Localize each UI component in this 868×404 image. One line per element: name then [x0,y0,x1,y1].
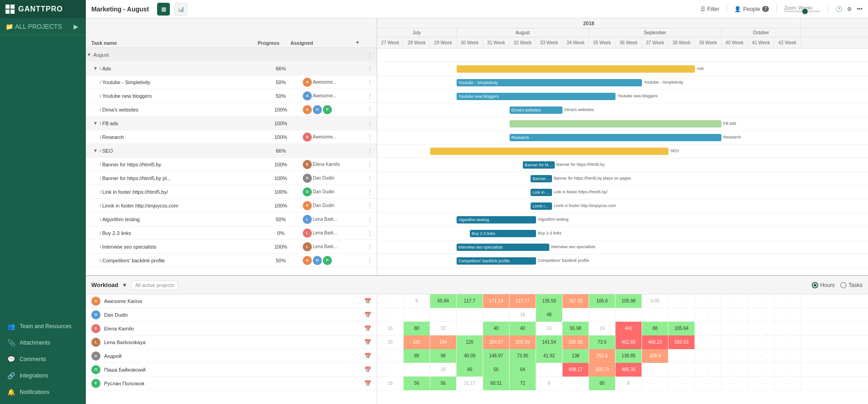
info-icon[interactable]: ℹ [100,231,101,235]
task-row[interactable]: ℹ Algorithm testing 50% LLena Bark... ⋮ [86,213,377,226]
workload-person-row[interactable]: L Lena Barkovskaya 📅 [86,335,377,349]
chart-view-button[interactable]: 📊 [174,3,187,16]
sidebar-item-attachments[interactable]: 📎 Attachments [0,335,86,351]
info-icon[interactable]: ℹ [100,162,101,167]
info-icon[interactable]: ℹ [100,190,101,194]
task-row[interactable]: ℹ Banner for https://html5.by 100% EElen… [86,158,377,171]
workload-dropdown[interactable]: ▼ [122,282,127,288]
gantt-bar[interactable]: SEO [430,148,668,155]
collapse-button[interactable]: ▼ [92,65,99,72]
workload-title: Workload [91,282,118,288]
workload-person-row[interactable]: А Андрей 📅 [86,349,377,363]
task-more-button[interactable]: ⋮ [363,79,377,86]
task-more-button[interactable]: ⋮ [363,147,377,154]
people-button[interactable]: 👤 People 7 [734,6,769,12]
task-more-button[interactable]: ⋮ [363,175,377,182]
history-button[interactable]: 🕐 [836,6,842,12]
workload-person-row[interactable]: D Dan Dudin 📅 [86,308,377,322]
workload-person-row[interactable]: A Awesome Karina 📅 [86,294,377,308]
gantt-bar[interactable]: Dima's websitesDima's websites [510,106,563,114]
task-more-button[interactable]: ⋮ [363,65,377,72]
gantt-bar[interactable]: FB ads [510,120,721,128]
info-icon[interactable]: ℹ [100,107,101,112]
info-icon[interactable]: ℹ [100,149,101,153]
task-more-button[interactable]: ⋮ [363,106,377,113]
week-cell: 37 Week [642,37,668,48]
sidebar-item-integrations[interactable]: 🔗 Integrations [0,367,86,384]
gantt-bar[interactable]: Competitors' backlink profileCompetitors… [457,257,536,265]
tasks-radio[interactable]: Tasks [840,282,863,288]
info-icon[interactable]: ℹ [100,94,101,98]
gantt-row: Interview seo specialistsInterview seo s… [377,240,868,254]
collapse-button[interactable]: ▼ [92,148,99,154]
task-more-button[interactable]: ⋮ [363,257,377,264]
hours-radio[interactable]: Hours [812,282,835,288]
task-more-button[interactable]: ⋮ [363,51,377,58]
gantt-bar[interactable]: Link in footer https://html5.by/Link in … [531,189,552,196]
gantt-bar[interactable]: Interview seo specialistsInterview seo s… [457,244,549,251]
task-more-button[interactable]: ⋮ [363,92,377,100]
info-icon[interactable]: ℹ [100,203,101,208]
workload-person-row[interactable]: П Паша Байковский 📅 [86,363,377,377]
task-row[interactable]: ℹ Youtube new bloggers 50% AAwesome... ⋮ [86,89,377,103]
task-assigned-cell: AAwesome... [299,91,363,101]
grid-view-button[interactable]: ▦ [157,3,170,16]
task-row[interactable]: ℹ Dima's websites 100% ADP ⋮ [86,103,377,117]
sidebar-item-notifications[interactable]: 🔔 Notifications [0,384,86,400]
task-row[interactable]: ℹ Linnk in footer http://enjoycss.com 10… [86,199,377,213]
task-row[interactable]: ℹ Banner for https://html5.by pl... 100%… [86,171,377,185]
task-more-button[interactable]: ⋮ [363,216,377,223]
collapse-button[interactable]: ▼ [92,120,99,127]
zoom-control[interactable]: Zoom: Weeks [784,5,821,12]
task-row[interactable]: ▼ August ⋮ [86,48,377,62]
task-more-button[interactable]: ⋮ [363,202,377,209]
gantt-bar[interactable]: Youtube new bloggersYoutube new bloggers [457,93,615,100]
workload-person-row[interactable]: Р Руслан Полозков 📅 [86,377,377,390]
task-more-button[interactable]: ⋮ [363,120,377,127]
task-row[interactable]: ▼ ℹ FB ads 100% ⋮ [86,117,377,130]
zoom-track[interactable] [784,11,821,12]
gantt-bar[interactable]: Banner for https://html5.by place on pag… [531,175,552,182]
task-more-button[interactable]: ⋮ [363,133,377,141]
info-icon[interactable]: ℹ [100,66,101,71]
add-task-button[interactable]: + [351,39,364,46]
task-name-text: Linnk in footer http://enjoycss.com [102,203,178,208]
task-row[interactable]: ℹ Buy 2-3 links 0% LLena Bark... ⋮ [86,226,377,240]
workload-filter[interactable]: All active projects [131,281,179,290]
gantt-bar[interactable]: Linnk in footer http://enjoycss.comLinnk… [531,202,552,210]
gantt-bar[interactable]: Ads [457,65,695,73]
gantt-bar[interactable]: Buy 2-3 linksBuy 2-3 links [470,230,536,237]
info-icon[interactable]: ℹ [100,217,101,222]
info-icon[interactable]: ℹ [100,135,101,139]
gantt-bar[interactable]: Youtube - SimpletivityYoutube - Simpleti… [457,79,642,86]
gantt-bar[interactable]: Algorithm testingAlgorithm testing [457,216,536,223]
info-icon[interactable]: ℹ [100,80,101,85]
task-row[interactable]: ▼ ℹ SEO 66% ⋮ [86,144,377,158]
more-button[interactable]: ••• [857,6,863,12]
task-row[interactable]: ▼ ℹ Ads 66% ⋮ [86,62,377,75]
settings-button[interactable]: ⚙ [847,6,852,12]
task-row[interactable]: ℹ Competitors' backlink profile 50% ADP … [86,254,377,267]
all-projects-nav[interactable]: 📁 ALL PROJECTS ▶ [0,18,86,35]
all-projects-label: ALL PROJECTS [15,23,62,30]
sidebar-item-comments[interactable]: 💬 Comments [0,351,86,367]
task-more-button[interactable]: ⋮ [363,243,377,250]
info-icon[interactable]: ℹ [100,258,101,263]
sidebar-item-team[interactable]: 👥 Team and Resources [0,318,86,335]
task-row[interactable]: ℹ Youtube - Simpletivity 50% AAwesome...… [86,75,377,89]
info-icon[interactable]: ℹ [100,176,101,181]
task-row[interactable]: ℹ Link in footer https://html5.by/ 100% … [86,185,377,199]
task-more-button[interactable]: ⋮ [363,161,377,168]
filter-button[interactable]: ☰ Filter [700,6,720,12]
gantt-bar[interactable]: ResearchResearch [510,134,721,141]
task-more-button[interactable]: ⋮ [363,188,377,196]
gantt-bar[interactable]: Banner for https://html5.byBanner for ht… [523,161,555,169]
task-row[interactable]: ℹ Research 100% AAwesome... ⋮ [86,130,377,144]
task-more-button[interactable]: ⋮ [363,229,377,237]
info-icon[interactable]: ℹ [100,121,101,126]
collapse-button[interactable]: ▼ [86,52,92,58]
workload-person-row[interactable]: E Elena Karnilo 📅 [86,322,377,335]
notifications-label: Notifications [20,389,49,395]
task-row[interactable]: ℹ Interview seo specialists 100% LLena B… [86,240,377,254]
info-icon[interactable]: ℹ [100,245,101,249]
